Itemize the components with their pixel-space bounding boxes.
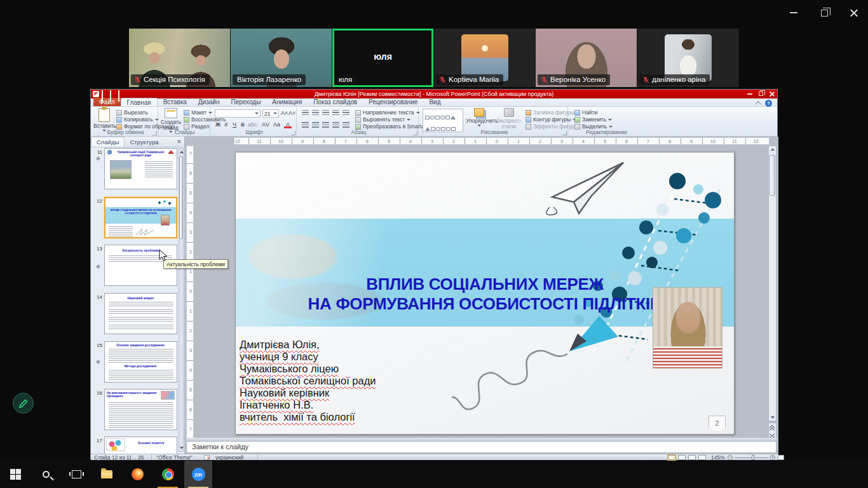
ppt-restore-button[interactable] (756, 90, 765, 97)
chrome-button[interactable] (154, 461, 182, 488)
arrange-button[interactable]: Упорядочить (466, 108, 492, 126)
tab-animations[interactable]: Анимация (266, 98, 308, 106)
change-case-button[interactable]: Аа (273, 121, 281, 128)
align-right-icon[interactable] (322, 122, 329, 128)
cut-button[interactable]: Вырезать (116, 109, 148, 116)
text-direction-button[interactable]: Направление текста (355, 109, 420, 116)
slide-author-text[interactable]: Дмитрієва Юлія, учениця 9 класу Чумаківс… (240, 339, 376, 423)
underline-button[interactable]: Ч (231, 121, 238, 128)
powerpoint-titlebar[interactable]: Дмитрієва Юлія [Режим совместимости] - M… (91, 90, 777, 98)
slide-thumbnail-17[interactable]: Основні поняття (104, 437, 177, 454)
paste-button[interactable]: Вставить (93, 108, 115, 132)
shape-rect-icon[interactable] (425, 116, 430, 119)
scroll-up-icon[interactable] (771, 148, 775, 151)
slide-canvas[interactable]: ВПЛИВ СОЦІАЛЬНИХ МЕРЕЖ НА ФОРМУВАННЯ ОСО… (235, 152, 735, 435)
panel-tab-outline[interactable]: Структура (125, 137, 163, 147)
align-center-icon[interactable] (312, 122, 319, 128)
panel-close-icon[interactable]: ✕ (176, 139, 182, 145)
scroll-up-icon[interactable] (180, 151, 184, 153)
tab-review[interactable]: Рецензирование (363, 98, 423, 106)
slideshow-view-button[interactable] (698, 455, 706, 460)
window-restore-button[interactable] (815, 5, 833, 20)
tab-home[interactable]: Главная (121, 98, 158, 106)
powerpoint-app-icon[interactable]: P (93, 91, 99, 97)
italic-button[interactable]: К (222, 121, 230, 128)
align-text-button[interactable]: Выровнять текст (355, 116, 410, 123)
shape-square-icon[interactable] (435, 116, 440, 119)
tab-file[interactable]: Файл (93, 98, 121, 106)
shrink-font-button[interactable]: A˅ (288, 109, 296, 117)
font-size-combobox[interactable]: 21 (262, 109, 279, 118)
normal-view-button[interactable] (668, 455, 675, 460)
previous-slide-button[interactable] (770, 426, 775, 430)
slide-thumbnail-11[interactable]: Чумаківський ліцей Томаківської селищної… (104, 148, 177, 189)
ppt-close-button[interactable] (767, 90, 776, 97)
participant-tile[interactable]: Секція Психологія (129, 29, 230, 87)
bullets-icon[interactable] (302, 110, 309, 116)
indent-increase-icon[interactable] (332, 110, 339, 116)
find-button[interactable]: Найти (574, 109, 597, 116)
shape-outline-button[interactable]: Контур фигуры (526, 116, 576, 123)
justify-icon[interactable] (332, 122, 339, 128)
firefox-button[interactable] (123, 461, 151, 488)
slide-scrollbar[interactable] (768, 146, 776, 421)
undo-button[interactable] (109, 91, 116, 97)
drawing-dialog-launcher[interactable] (562, 131, 567, 135)
font-color-button[interactable]: А (284, 121, 292, 128)
shape-ellipse-icon[interactable] (430, 116, 435, 119)
panel-tab-slides[interactable]: Слайды (91, 137, 125, 147)
replace-button[interactable]: Заменить (574, 116, 612, 123)
save-button[interactable] (101, 91, 107, 97)
panel-scrollbar[interactable] (179, 148, 184, 452)
scroll-down-icon[interactable] (180, 447, 184, 449)
participant-tile[interactable]: даніленко аріна (637, 29, 738, 87)
font-name-combobox[interactable] (215, 109, 261, 118)
tab-design[interactable]: Дизайн (193, 98, 226, 106)
font-dialog-launcher[interactable] (291, 131, 295, 135)
zoom-out-button[interactable]: − (728, 455, 733, 460)
slide-thumbnail-12-selected[interactable]: ВПЛИВ СОЦІАЛЬНИХ МЕРЕЖ НА ФОРМУВАННЯ ОСО… (104, 197, 177, 238)
slide-thumbnail-14[interactable]: Науковий апарат (104, 293, 177, 334)
clipboard-dialog-launcher[interactable] (153, 131, 157, 135)
theme-name[interactable]: "Office Theme" (156, 454, 193, 461)
language-indicator[interactable]: украинский (215, 454, 243, 461)
slide-thumbnail-16[interactable]: На виконання першого завдання проведено (104, 389, 177, 430)
character-spacing-button[interactable]: АV (261, 121, 270, 128)
taskbar-search-button[interactable] (32, 461, 60, 488)
ppt-minimize-button[interactable] (745, 90, 754, 97)
strikethrough-button[interactable]: S (239, 121, 247, 128)
window-close-button[interactable] (845, 5, 863, 20)
redo-button[interactable] (118, 91, 124, 97)
start-button[interactable] (1, 461, 29, 488)
scrollbar-thumb[interactable] (770, 155, 775, 196)
indent-decrease-icon[interactable] (322, 110, 329, 116)
task-view-button[interactable] (62, 461, 90, 488)
scroll-down-icon[interactable] (771, 416, 775, 419)
next-slide-button[interactable] (770, 433, 775, 437)
tab-transitions[interactable]: Переходы (225, 98, 266, 106)
layout-button[interactable]: Макет (184, 109, 212, 116)
numbering-icon[interactable] (312, 110, 319, 116)
quick-styles-button[interactable]: Экспресс-стили (495, 108, 523, 129)
text-shadow-button[interactable]: abc (247, 121, 258, 128)
scrollbar-thumb[interactable] (179, 156, 183, 239)
help-icon[interactable]: ? (765, 100, 772, 107)
columns-icon[interactable] (342, 122, 349, 128)
zoom-in-button[interactable]: + (770, 455, 775, 460)
zoom-slider-thumb[interactable] (752, 455, 754, 460)
slide-sorter-view-button[interactable] (678, 455, 686, 460)
tab-view[interactable]: Вид (423, 98, 446, 106)
paragraph-dialog-launcher[interactable] (413, 131, 417, 135)
slide-thumbnail-15[interactable]: Основні завдання дослідження: Методи дос… (104, 341, 177, 383)
align-left-icon[interactable] (302, 122, 309, 128)
annotation-pencil-button[interactable] (13, 393, 34, 414)
reading-view-button[interactable] (688, 455, 696, 460)
participant-tile[interactable]: Вероніка Усенко (536, 29, 637, 87)
participant-tile[interactable]: Koptieva Mariia (434, 29, 535, 87)
participant-tile[interactable]: Вікторія Лазаренко (231, 29, 332, 87)
shape-circle-icon[interactable] (440, 116, 445, 119)
shape-line-icon[interactable] (445, 116, 450, 119)
zoom-app-button[interactable]: zm (184, 461, 212, 488)
line-spacing-icon[interactable] (342, 110, 349, 116)
file-explorer-button[interactable] (93, 461, 121, 488)
